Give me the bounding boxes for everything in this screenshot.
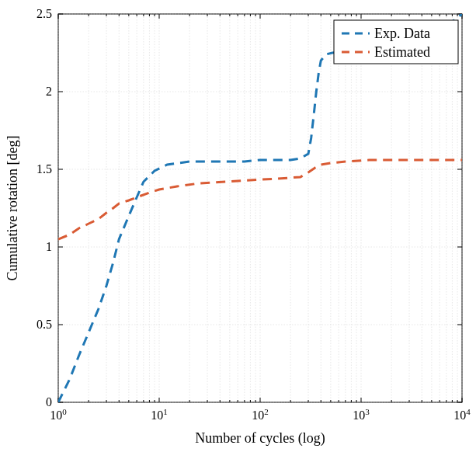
legend-label-exp: Exp. Data: [374, 26, 430, 41]
legend: Exp. Data Estimated: [334, 20, 458, 64]
plot-area: Exp. Data Estimated: [58, 14, 462, 402]
legend-label-est: Estimated: [374, 44, 430, 60]
y-tick-label: 1.5: [36, 162, 52, 176]
y-tick-label: 2.5: [36, 7, 52, 20]
x-axis-label: Number of cycles (log): [195, 430, 325, 447]
chart-root: Exp. Data Estimated 00.511.522.5 1001011…: [0, 0, 476, 452]
y-tick-label: 0.5: [36, 318, 52, 331]
y-tick-label: 1: [46, 240, 52, 253]
y-tick-label: 0: [46, 395, 52, 409]
y-axis-label: Cumulative rotation [deg]: [5, 136, 20, 281]
y-tick-label: 2: [46, 85, 52, 98]
